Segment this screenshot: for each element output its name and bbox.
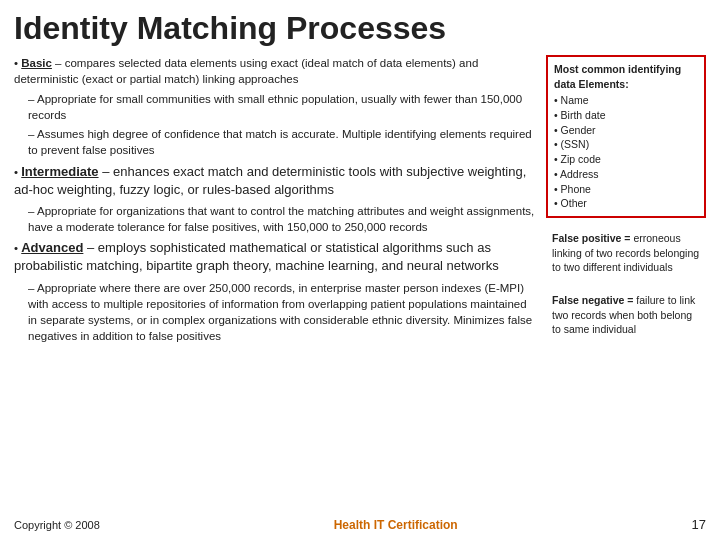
false-positive-title: False positive = <box>552 232 631 244</box>
page-title: Identity Matching Processes <box>14 10 706 47</box>
sidebar-common-box: Most common identifying data Elements: N… <box>546 55 706 218</box>
footer-center: Health IT Certification <box>334 518 458 532</box>
content-area: • Basic – compares selected data element… <box>14 55 706 513</box>
text-advanced: – employs sophisticated mathematical or … <box>14 240 499 273</box>
footer-page: 17 <box>692 517 706 532</box>
sidebar-item-other: Other <box>554 196 698 211</box>
sidebar-item-name: Name <box>554 93 698 108</box>
bullet-intermediate: • Intermediate – enhances exact match an… <box>14 163 536 199</box>
label-advanced: Advanced <box>21 240 83 255</box>
bullet-basic: • Basic – compares selected data element… <box>14 55 536 87</box>
footer: Copyright © 2008 Health IT Certification… <box>14 517 706 532</box>
sidebar-false-positive-box: False positive = erroneous linking of tw… <box>546 226 706 280</box>
footer-copyright: Copyright © 2008 <box>14 519 100 531</box>
sidebar-item-birthdate: Birth date <box>554 108 698 123</box>
sidebar: Most common identifying data Elements: N… <box>546 55 706 513</box>
bullet-advanced: • Advanced – employs sophisticated mathe… <box>14 239 536 275</box>
sidebar-common-list: Name Birth date Gender (SSN) Zip code Ad… <box>554 93 698 211</box>
false-negative-title: False negative = <box>552 294 633 306</box>
sub-basic-1: Appropriate for small communities with s… <box>28 91 536 123</box>
sub-advanced-1: Appropriate where there are over 250,000… <box>28 280 536 344</box>
sidebar-common-title: Most common identifying data Elements: <box>554 62 698 91</box>
main-content: • Basic – compares selected data element… <box>14 55 536 513</box>
label-basic: Basic <box>21 57 52 69</box>
text-basic: – compares selected data elements using … <box>14 57 478 85</box>
label-intermediate: Intermediate <box>21 164 98 179</box>
sidebar-item-gender: Gender <box>554 123 698 138</box>
page: Identity Matching Processes • Basic – co… <box>0 0 720 540</box>
sub-intermediate-1: Appropriate for organizations that want … <box>28 203 536 235</box>
sub-basic-2: Assumes high degree of confidence that m… <box>28 126 536 158</box>
sidebar-false-negative-box: False negative = failure to link two rec… <box>546 288 706 342</box>
sidebar-item-ssn: (SSN) <box>554 137 698 152</box>
sidebar-item-address: Address <box>554 167 698 182</box>
sidebar-item-zipcode: Zip code <box>554 152 698 167</box>
sidebar-item-phone: Phone <box>554 182 698 197</box>
